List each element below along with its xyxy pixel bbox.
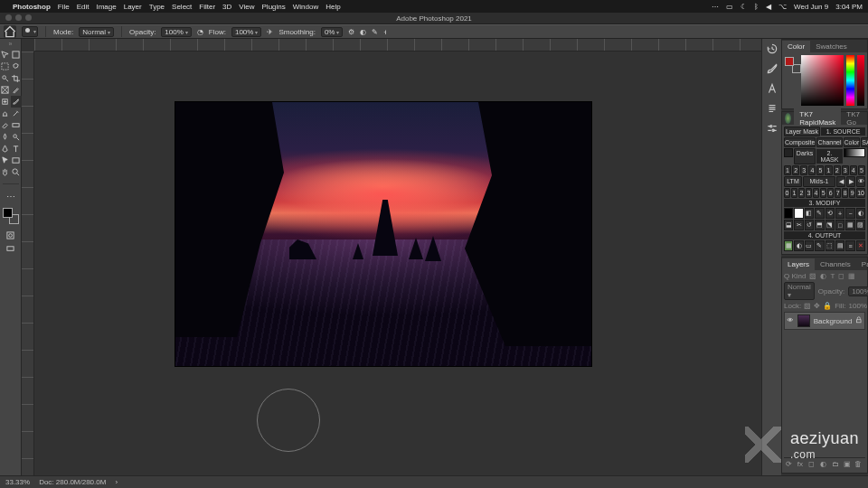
tk-composite-button[interactable]: Composite xyxy=(784,137,816,147)
menubar-date[interactable]: Wed Jun 9 xyxy=(794,3,828,11)
layer-name[interactable]: Background xyxy=(814,317,853,325)
pressure-opacity-icon[interactable]: ◔ xyxy=(197,28,203,36)
zoom-tool[interactable] xyxy=(11,166,22,178)
tk-mod-icon[interactable]: − xyxy=(845,208,854,219)
filter-smart-icon[interactable]: ▦ xyxy=(848,272,855,280)
tk-mod-icon[interactable]: ↺ xyxy=(805,220,814,230)
close-icon[interactable] xyxy=(5,14,12,21)
tk7-go-tab[interactable]: TK7 Go xyxy=(841,108,867,128)
tk-mids-button[interactable]: Mids-1 xyxy=(803,176,835,187)
lasso-tool[interactable] xyxy=(11,61,22,72)
visibility-icon[interactable] xyxy=(787,316,794,325)
smoothing-options-icon[interactable]: ⚙ xyxy=(348,28,354,36)
menu-help[interactable]: Help xyxy=(326,3,340,11)
tk-out-icon[interactable]: ⬚ xyxy=(826,240,835,251)
mode-select[interactable]: Normal▾ xyxy=(79,27,114,37)
tk-right-icon[interactable]: ▶ xyxy=(846,176,855,187)
history-panel-icon[interactable] xyxy=(766,42,778,55)
move-tool[interactable] xyxy=(0,49,11,61)
menu-file[interactable]: File xyxy=(58,3,70,11)
tk-sat-button[interactable]: SAT xyxy=(861,137,868,147)
tk-mod-icon[interactable]: ◐ xyxy=(856,208,865,219)
eyedropper-tool[interactable] xyxy=(11,84,22,96)
panel-fgbg-swatch[interactable] xyxy=(785,57,801,73)
clone-stamp-tool[interactable] xyxy=(0,108,11,119)
canvas-area[interactable] xyxy=(22,39,761,475)
tk-lights-gradient[interactable] xyxy=(844,148,865,157)
menu-view[interactable]: View xyxy=(239,3,254,11)
crop-tool[interactable] xyxy=(11,72,22,84)
swatches-tab[interactable]: Swatches xyxy=(810,41,853,52)
tk-mod-icon[interactable]: □ xyxy=(835,220,844,230)
flow-field[interactable]: 100%▾ xyxy=(231,27,261,37)
filter-pixel-icon[interactable]: ▧ xyxy=(809,272,816,280)
fill-field[interactable]: 100% xyxy=(849,302,867,310)
menu-type[interactable]: Type xyxy=(149,3,165,11)
menu-edit[interactable]: Edit xyxy=(77,3,90,11)
minimize-icon[interactable] xyxy=(15,14,22,21)
channels-tab[interactable]: Channels xyxy=(815,258,856,270)
tk-out-icon[interactable]: ≡ xyxy=(845,240,854,251)
tools-collapse-icon[interactable]: » xyxy=(9,41,13,47)
tk-out-x-icon[interactable]: ✕ xyxy=(856,240,865,251)
tk-left-icon[interactable]: ◀ xyxy=(836,176,845,187)
brush-tool[interactable] xyxy=(11,96,22,108)
menu-layer[interactable]: Layer xyxy=(124,3,142,11)
ruler-horizontal[interactable] xyxy=(34,39,761,52)
foreground-color-swatch[interactable] xyxy=(3,208,13,218)
tk-mod-icon[interactable]: ⟲ xyxy=(826,208,835,219)
tk-mod-icon[interactable]: ✂ xyxy=(794,220,803,230)
tk-mod-icon[interactable]: + xyxy=(835,208,844,219)
tk-mod-icon[interactable]: ⬓ xyxy=(784,220,793,230)
window-controls[interactable] xyxy=(5,14,32,21)
tk-color-button[interactable]: Color xyxy=(844,137,861,147)
airbrush-icon[interactable]: ✈ xyxy=(267,28,273,36)
hue-slider[interactable] xyxy=(846,55,854,106)
menu-select[interactable]: Select xyxy=(172,3,192,11)
color-tab[interactable]: Color xyxy=(782,41,810,52)
brush-panel-icon[interactable] xyxy=(766,62,778,75)
heal-tool[interactable] xyxy=(0,96,11,108)
type-tool[interactable] xyxy=(11,143,22,155)
brush-preset-picker[interactable]: ▾ xyxy=(22,26,38,37)
tk-black-icon[interactable] xyxy=(784,208,793,219)
tk-out-icon[interactable]: ◐ xyxy=(794,240,803,251)
tk-mod-icon[interactable]: ⬔ xyxy=(826,220,835,230)
pressure-size-icon[interactable]: ✎ xyxy=(372,28,378,36)
menubar-moon-icon[interactable]: ☾ xyxy=(741,3,747,11)
layer-item-background[interactable]: Background xyxy=(784,312,865,330)
artboard-tool[interactable] xyxy=(11,49,22,61)
edit-toolbar-icon[interactable]: ⋯ xyxy=(3,191,19,202)
tk-mod-icon[interactable]: ▦ xyxy=(845,220,854,230)
layers-tab[interactable]: Layers xyxy=(782,258,815,270)
blur-tool[interactable] xyxy=(0,131,11,143)
menubar-bt-icon[interactable]: ᛒ xyxy=(754,3,759,11)
rectangle-tool[interactable] xyxy=(11,155,22,166)
status-chevron-icon[interactable]: › xyxy=(115,478,118,486)
paragraph-panel-icon[interactable] xyxy=(766,102,778,115)
menu-image[interactable]: Image xyxy=(96,3,116,11)
lock-icon[interactable] xyxy=(855,316,863,325)
color-field[interactable] xyxy=(801,55,844,106)
filter-type-icon[interactable]: T xyxy=(830,272,835,280)
tk-mod-icon[interactable]: ✎ xyxy=(815,208,824,219)
zoom-icon[interactable] xyxy=(25,14,32,21)
app-name[interactable]: Photoshop xyxy=(13,3,51,11)
pen-tool[interactable] xyxy=(0,143,11,155)
character-panel-icon[interactable] xyxy=(766,82,778,95)
lock-all-icon[interactable]: 🔒 xyxy=(823,302,832,310)
home-icon[interactable] xyxy=(4,25,16,38)
tk-mod-icon[interactable]: ◧ xyxy=(805,208,814,219)
tk-out-icon[interactable]: ▤ xyxy=(835,240,844,251)
paths-tab[interactable]: Paths xyxy=(856,258,868,270)
filter-adj-icon[interactable]: ◐ xyxy=(820,272,826,280)
tk-out-icon[interactable]: ▦ xyxy=(784,240,793,251)
menubar-battery-icon[interactable]: ▭ xyxy=(726,3,733,11)
symmetry-icon[interactable]: ⫞ xyxy=(383,28,387,36)
brightness-slider[interactable] xyxy=(857,55,864,106)
status-docsize[interactable]: Doc: 280.0M/280.0M xyxy=(39,478,106,486)
tk-channel-button[interactable]: Channel xyxy=(816,137,842,147)
tk-mod-icon[interactable]: ▨ xyxy=(856,220,865,230)
path-select-tool[interactable] xyxy=(0,155,11,166)
menubar-time[interactable]: 3:04 PM xyxy=(835,3,863,11)
